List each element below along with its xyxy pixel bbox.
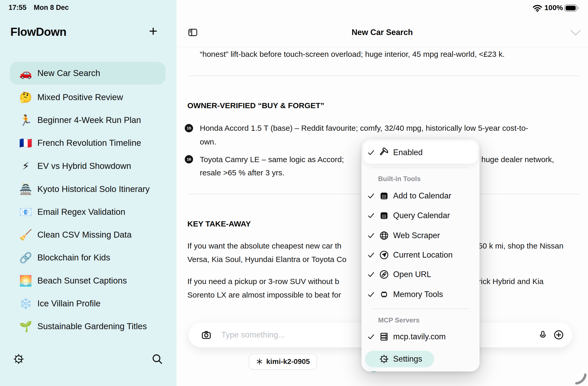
list-item-text: own.	[200, 137, 216, 147]
sunrise-emoji-icon: 🌅	[19, 274, 33, 288]
france-flag-emoji-icon: 🇫🇷	[19, 136, 33, 150]
paragraph-text: Sorento LX are almost impossible to beat…	[187, 290, 341, 300]
menu-item-label: Query Calendar	[393, 211, 450, 220]
calendar-icon	[379, 210, 389, 221]
sidebar-item-label: Clean CSV Missing Data	[37, 230, 132, 240]
sidebar-item-label: Ice Villain Profile	[37, 299, 100, 308]
castle-emoji-icon: 🏯	[19, 182, 33, 196]
sidebar-item-kyoto-itinerary[interactable]: 🏯 Kyoto Historical Solo Itinerary	[10, 178, 166, 201]
checkmark-icon	[367, 291, 376, 298]
list-item-text: Toyota Camry LE – same logic as Accord;	[200, 155, 344, 164]
paragraph-text: Versa, Kia Soul, Hyundai Elantra or Toyo…	[187, 254, 346, 264]
menu-item-web-scraper[interactable]: Web Scraper	[361, 226, 480, 245]
list-number-badge: 16	[185, 155, 193, 163]
snowflake-emoji-icon: ❄️	[19, 297, 33, 311]
globe-icon	[379, 230, 389, 241]
memory-chip-icon	[379, 289, 389, 300]
menu-item-label: Web Scraper	[393, 231, 440, 240]
battery-icon	[564, 4, 579, 12]
lightning-emoji-icon: ⚡	[19, 159, 33, 173]
sidebar-item-label: Beginner 4-Week Run Plan	[37, 115, 141, 125]
sidebar-item-french-revolution[interactable]: 🇫🇷 French Revolution Timeline	[10, 132, 166, 154]
sidebar-item-beach-sunset[interactable]: 🌅 Beach Sunset Captions	[10, 269, 166, 292]
menu-divider	[372, 308, 469, 309]
sidebar-item-label: Email Regex Validation	[37, 207, 125, 217]
menu-item-label: mcp.tavily.com	[393, 332, 446, 341]
runner-emoji-icon: 🏃	[19, 113, 33, 127]
chevron-down-icon[interactable]	[570, 30, 581, 36]
menu-item-label: Settings	[393, 354, 422, 364]
menu-section-header: Built-in Tools	[378, 175, 421, 183]
section-heading: OWNER-VERIFIED “BUY & FORGET”	[187, 101, 324, 111]
chain-emoji-icon: 🔗	[19, 251, 33, 265]
paragraph-text-fragment: 50 k mi, shop the Nissan	[478, 241, 564, 251]
calendar-icon	[379, 191, 389, 201]
camera-icon[interactable]	[201, 329, 212, 340]
menu-item-enabled[interactable]: Enabled	[361, 143, 480, 162]
menu-item-label: Add to Calendar	[393, 191, 451, 201]
sidebar-item-label: Blockchain for Kids	[37, 253, 110, 263]
search-icon[interactable]	[151, 353, 163, 365]
sidebar-item-label: Kyoto Historical Solo Itinerary	[37, 184, 150, 194]
settings-gear-icon[interactable]	[12, 353, 25, 365]
sidebar: 17:55 Mon 8 Dec FlowDown + 🚗 New Car Sea…	[0, 0, 176, 386]
checkmark-icon	[367, 232, 376, 239]
status-date: Mon 8 Dec	[34, 4, 69, 12]
checkmark-icon	[367, 149, 376, 156]
sidebar-item-label: New Car Search	[37, 68, 100, 78]
menu-item-current-location[interactable]: Current Location	[361, 245, 480, 265]
sidebar-item-label: Beach Sunset Captions	[37, 276, 127, 286]
wifi-icon	[532, 5, 542, 12]
sidebar-item-label: EV vs Hybrid Showdown	[37, 161, 131, 171]
server-icon	[379, 331, 389, 342]
sidebar-item-mixed-positive-review[interactable]: 🤔 Mixed Positive Review	[10, 86, 166, 109]
sidebar-item-sustainable-gardening[interactable]: 🌱 Sustainable Gardening Titles	[10, 315, 166, 338]
microphone-icon[interactable]	[538, 329, 548, 341]
checkmark-icon	[367, 271, 376, 278]
checkmark-icon	[367, 192, 376, 200]
list-number-badge: 15	[185, 124, 193, 132]
location-arrow-icon	[379, 250, 389, 260]
menu-item-open-url[interactable]: Open URL	[361, 265, 480, 284]
menu-item-query-calendar[interactable]: Query Calendar	[361, 206, 480, 225]
sidebar-item-email-regex[interactable]: 📧 Email Regex Validation	[10, 201, 166, 223]
email-emoji-icon: 📧	[19, 205, 33, 219]
add-attachment-icon[interactable]	[553, 329, 564, 341]
message-line: “honest” lift-back before touch-screen o…	[200, 49, 505, 59]
menu-section-header: MCP Servers	[378, 316, 420, 324]
flowdown-app: 17:55 Mon 8 Dec FlowDown + 🚗 New Car Sea…	[0, 0, 588, 386]
menu-item-add-to-calendar[interactable]: Add to Calendar	[361, 186, 480, 206]
menu-item-label: Enabled	[393, 148, 423, 157]
sidebar-item-new-car-search[interactable]: 🚗 New Car Search	[10, 62, 166, 85]
sidebar-item-blockchain-for-kids[interactable]: 🔗 Blockchain for Kids	[10, 246, 166, 269]
sidebar-item-label: Sustainable Gardening Titles	[37, 321, 147, 331]
hammer-icon	[379, 147, 389, 158]
menu-item-mcp-tavily[interactable]: mcp.tavily.com	[361, 327, 480, 347]
menu-divider	[372, 168, 469, 168]
list-item-text: Honda Accord 1.5 T (base) – Reddit favou…	[200, 123, 528, 133]
car-emoji-icon: 🚗	[19, 66, 33, 80]
sidebar-item-ice-villain[interactable]: ❄️ Ice Villain Profile	[10, 292, 166, 315]
thinking-emoji-icon: 🤔	[19, 90, 33, 104]
sidebar-item-clean-csv[interactable]: 🧹 Clean CSV Missing Data	[10, 223, 166, 246]
model-selector[interactable]: kimi-k2-0905	[249, 354, 317, 370]
list-item-text: resale >65 % after 3 yrs.	[200, 168, 284, 178]
paragraph-text: If you want the absolute cheapest new ca…	[187, 241, 341, 251]
status-time: 17:55	[9, 4, 26, 12]
paragraph-text: If you need a pickup or 3-row SUV withou…	[187, 277, 339, 286]
checkmark-icon	[367, 212, 376, 219]
sidebar-item-label: Mixed Positive Review	[37, 92, 123, 102]
broom-emoji-icon: 🧹	[19, 228, 33, 242]
new-chat-button[interactable]: +	[149, 23, 158, 39]
paragraph-text-fragment: rick Hybrid and Kia	[478, 277, 544, 286]
menu-item-settings[interactable]: Settings	[361, 349, 480, 369]
content-divider	[187, 75, 580, 76]
header-divider	[176, 47, 588, 47]
sidebar-item-run-plan[interactable]: 🏃 Beginner 4-Week Run Plan	[10, 109, 166, 132]
sidebar-item-ev-vs-hybrid[interactable]: ⚡ EV vs Hybrid Showdown	[10, 155, 166, 177]
menu-item-memory-tools[interactable]: Memory Tools	[361, 285, 480, 304]
menu-item-label: Memory Tools	[393, 290, 443, 299]
sidebar-item-label: French Revolution Timeline	[37, 138, 141, 148]
seedling-emoji-icon: 🌱	[19, 319, 33, 333]
gear-icon	[379, 354, 389, 364]
